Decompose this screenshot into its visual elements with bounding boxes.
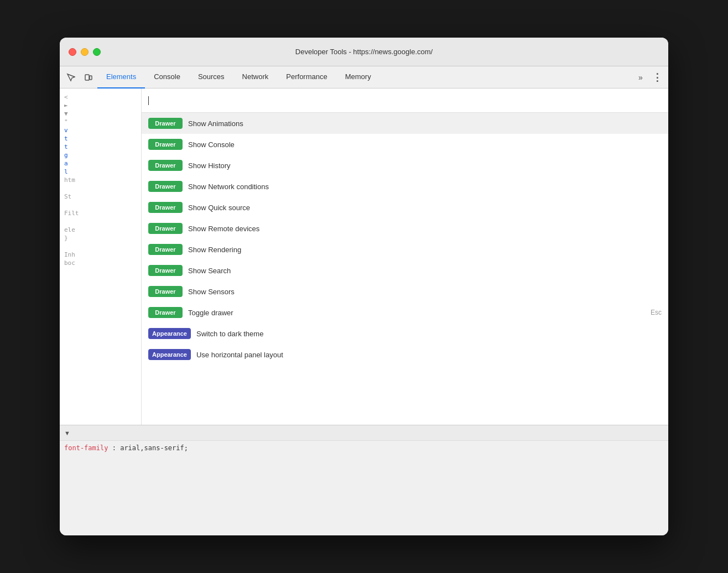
tab-list: Elements Console Sources Network Perform… bbox=[97, 66, 633, 88]
command-search-input[interactable] bbox=[149, 96, 662, 105]
item-badge: Drawer bbox=[148, 223, 183, 234]
command-palette: DrawerShow AnimationsDrawerShow ConsoleD… bbox=[142, 88, 668, 425]
devtools-window: Developer Tools - https://news.google.co… bbox=[60, 38, 668, 535]
item-badge: Drawer bbox=[148, 202, 183, 213]
window-title: Developer Tools - https://news.google.co… bbox=[295, 48, 433, 56]
dropdown-item[interactable]: DrawerShow Quick source bbox=[142, 197, 668, 218]
more-tabs-button[interactable]: » bbox=[633, 70, 648, 85]
dropdown-item[interactable]: DrawerShow Rendering bbox=[142, 239, 668, 260]
tab-elements[interactable]: Elements bbox=[97, 66, 145, 88]
left-panel-line: ele bbox=[60, 226, 141, 234]
maximize-button[interactable] bbox=[93, 48, 101, 56]
left-panel-line: a bbox=[60, 159, 141, 168]
item-label: Show Remote devices bbox=[188, 225, 662, 233]
tab-sources[interactable]: Sources bbox=[189, 66, 233, 88]
dropdown-item[interactable]: DrawerShow Animations bbox=[142, 113, 668, 134]
minimize-button[interactable] bbox=[81, 48, 89, 56]
item-badge: Appearance bbox=[148, 349, 191, 360]
dropdown-item[interactable]: DrawerShow Console bbox=[142, 134, 668, 155]
left-panel-line: t bbox=[60, 134, 141, 143]
item-label: Show Sensors bbox=[188, 288, 662, 296]
item-label: Show Animations bbox=[188, 119, 662, 128]
tab-network[interactable]: Network bbox=[233, 66, 278, 88]
css-property: font-family bbox=[64, 444, 108, 452]
left-panel-line: g bbox=[60, 151, 141, 159]
item-label: Show Search bbox=[188, 267, 662, 275]
left-panel-line: } bbox=[60, 234, 141, 242]
toolbar: Elements Console Sources Network Perform… bbox=[60, 66, 668, 88]
left-panel-line: l bbox=[60, 168, 141, 176]
item-shortcut: Esc bbox=[651, 309, 662, 316]
elements-panel: < ► ▼ " v t t g a l htm St Filt ele } In bbox=[60, 88, 142, 425]
bottom-toolbar-label: ▼ bbox=[64, 430, 70, 436]
left-panel-line bbox=[60, 242, 141, 251]
item-label: Show Rendering bbox=[188, 246, 662, 254]
dropdown-list: DrawerShow AnimationsDrawerShow ConsoleD… bbox=[142, 113, 668, 365]
item-badge: Drawer bbox=[148, 181, 183, 192]
kebab-menu-button[interactable]: ⋮ bbox=[648, 69, 666, 86]
tab-memory[interactable]: Memory bbox=[336, 66, 380, 88]
left-panel-line: htm bbox=[60, 176, 141, 184]
left-panel-line: ▼ bbox=[60, 110, 141, 118]
item-badge: Drawer bbox=[148, 244, 183, 255]
left-panel-line: Inh bbox=[60, 251, 141, 259]
bottom-bar: ▼ font-family : font-family: arial,sans-… bbox=[60, 425, 668, 535]
inspect-icon[interactable] bbox=[62, 69, 80, 86]
device-icon[interactable] bbox=[80, 69, 97, 86]
item-label: Switch to dark theme bbox=[196, 330, 662, 338]
left-panel-line bbox=[60, 217, 141, 226]
item-badge: Appearance bbox=[148, 328, 191, 339]
item-label: Show Console bbox=[188, 140, 662, 149]
left-panel-line: v bbox=[60, 126, 141, 134]
dropdown-item[interactable]: DrawerShow Network conditions bbox=[142, 176, 668, 197]
item-label: Show History bbox=[188, 162, 662, 170]
item-label: Show Quick source bbox=[188, 204, 662, 212]
left-panel-line: Filt bbox=[60, 209, 141, 217]
left-panel-line: St bbox=[60, 192, 141, 201]
dropdown-item[interactable]: DrawerShow History bbox=[142, 155, 668, 176]
item-badge: Drawer bbox=[148, 265, 183, 276]
item-label: Toggle drawer bbox=[188, 309, 651, 317]
content-area: < ► ▼ " v t t g a l htm St Filt ele } In bbox=[60, 88, 668, 425]
item-badge: Drawer bbox=[148, 307, 183, 318]
left-panel-line bbox=[60, 184, 141, 192]
left-panel-line bbox=[60, 201, 141, 209]
dropdown-item[interactable]: AppearanceUse horizontal panel layout bbox=[142, 344, 668, 365]
left-panel-line: " bbox=[60, 118, 141, 126]
left-panel-line: boc bbox=[60, 259, 141, 267]
item-label: Show Network conditions bbox=[188, 183, 662, 191]
css-code-line: font-family : font-family: arial,sans-se… bbox=[64, 443, 664, 454]
dropdown-item[interactable]: DrawerShow Search bbox=[142, 260, 668, 281]
item-label: Use horizontal panel layout bbox=[196, 351, 662, 359]
tab-console[interactable]: Console bbox=[145, 66, 189, 88]
item-badge: Drawer bbox=[148, 286, 183, 297]
dropdown-item[interactable]: AppearanceSwitch to dark theme bbox=[142, 323, 668, 344]
svg-rect-0 bbox=[85, 75, 89, 80]
bottom-content: font-family : font-family: arial,sans-se… bbox=[60, 441, 668, 535]
bottom-toolbar: ▼ bbox=[60, 425, 668, 441]
title-bar: Developer Tools - https://news.google.co… bbox=[60, 38, 668, 66]
item-badge: Drawer bbox=[148, 160, 183, 171]
left-panel-line: t bbox=[60, 143, 141, 151]
left-panel-line: < bbox=[60, 93, 141, 101]
svg-rect-1 bbox=[90, 76, 92, 80]
search-box bbox=[142, 88, 668, 113]
dropdown-item[interactable]: DrawerShow Remote devices bbox=[142, 218, 668, 239]
traffic-lights bbox=[69, 48, 101, 56]
left-panel-line: ► bbox=[60, 101, 141, 110]
dropdown-item[interactable]: DrawerToggle drawerEsc bbox=[142, 302, 668, 323]
item-badge: Drawer bbox=[148, 139, 183, 150]
close-button[interactable] bbox=[69, 48, 76, 56]
dropdown-item[interactable]: DrawerShow Sensors bbox=[142, 281, 668, 302]
item-badge: Drawer bbox=[148, 118, 183, 129]
tab-performance[interactable]: Performance bbox=[277, 66, 336, 88]
